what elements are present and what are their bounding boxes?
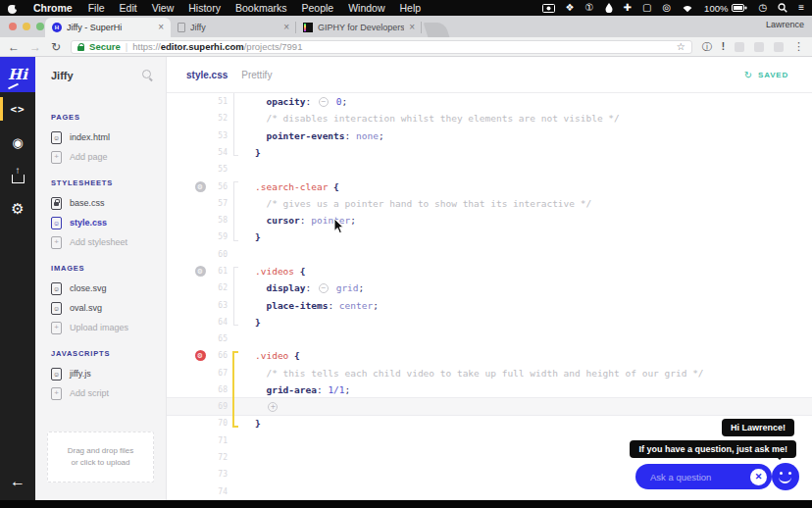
code-line-57: 57 /* gives us a pointer hand to show th… bbox=[167, 195, 812, 212]
file-item-jiffy-js[interactable]: ☺jiffy.js bbox=[51, 364, 166, 383]
chat-smiley-button[interactable] bbox=[772, 463, 799, 490]
superhi-logo[interactable]: Hi bbox=[0, 57, 35, 92]
rail-item-share-upload[interactable] bbox=[0, 159, 35, 192]
menubar-app-name[interactable]: Chrome bbox=[33, 2, 73, 14]
apple-menu-icon[interactable] bbox=[8, 3, 18, 14]
code-text[interactable]: cursor: pointer; bbox=[242, 215, 812, 226]
extension-bar-icon[interactable]: ! bbox=[722, 41, 725, 52]
hint-icon[interactable] bbox=[195, 266, 206, 277]
minimize-window-button[interactable] bbox=[23, 23, 30, 30]
extension-disabled-icon-2[interactable] bbox=[754, 42, 764, 52]
browser-tab-1[interactable]: HJiffy - SuperHi× bbox=[45, 18, 171, 37]
code-text[interactable]: place-items: center; bbox=[242, 300, 812, 311]
mouse-cursor bbox=[333, 218, 344, 234]
back-arrow-icon[interactable]: ← bbox=[0, 469, 35, 494]
bookmark-star-icon[interactable]: ☆ bbox=[677, 41, 685, 52]
plus-app-icon[interactable]: ✚ bbox=[624, 3, 632, 13]
zoom-window-button[interactable] bbox=[36, 23, 44, 30]
menubar-item-bookmarks[interactable]: Bookmarks bbox=[235, 2, 287, 14]
collapse-minus-icon[interactable]: − bbox=[319, 283, 329, 293]
code-text[interactable]: opacity: − 0; bbox=[242, 96, 812, 107]
rail-item-code-editor[interactable]: <> bbox=[0, 92, 35, 126]
reload-icon[interactable]: ↻ bbox=[51, 41, 61, 53]
add-plus-icon[interactable]: + bbox=[268, 402, 278, 412]
file-item-upload-images[interactable]: +Upload images bbox=[51, 318, 166, 337]
clock-icon[interactable]: ◷ bbox=[758, 3, 767, 13]
display-icon[interactable]: ▢ bbox=[642, 3, 651, 13]
notification-center-icon[interactable]: ≡ bbox=[798, 3, 804, 13]
code-text[interactable]: + bbox=[242, 401, 812, 412]
browser-tab-2[interactable]: Jiffy× bbox=[171, 18, 296, 37]
file-item-close-svg[interactable]: ☺close.svg bbox=[51, 279, 166, 298]
file-item-add-stylesheet[interactable]: +Add stylesheet bbox=[51, 232, 166, 252]
url-field[interactable]: Secure | https://editor.superhi.com/proj… bbox=[71, 40, 692, 54]
code-text[interactable]: .search-clear { bbox=[242, 181, 812, 192]
upload-dropzone[interactable]: Drag and drop files or click to upload bbox=[47, 432, 154, 483]
profile-name[interactable]: Lawrence bbox=[766, 20, 804, 29]
forward-icon[interactable]: → bbox=[29, 41, 41, 53]
droplet-icon[interactable] bbox=[605, 3, 613, 13]
extension-disabled-icon-3[interactable] bbox=[774, 42, 784, 52]
extension-info-icon[interactable]: ⓘ bbox=[702, 40, 712, 54]
new-tab-button[interactable] bbox=[424, 23, 450, 37]
change-bar bbox=[230, 314, 242, 330]
line-number: 52 bbox=[208, 114, 228, 123]
code-text[interactable]: /* gives us a pointer hand to show that … bbox=[242, 198, 812, 209]
battery-status[interactable]: 100% bbox=[704, 3, 747, 14]
back-icon[interactable]: ← bbox=[8, 41, 20, 53]
menubar-item-window[interactable]: Window bbox=[348, 2, 384, 14]
rail-item-settings[interactable]: ⚙ bbox=[0, 192, 35, 226]
code-text[interactable]: /* this tells each child video to take u… bbox=[242, 368, 812, 379]
file-item-oval-svg[interactable]: ☺oval.svg bbox=[51, 298, 166, 318]
section-heading-images: IMAGES bbox=[51, 264, 166, 273]
tab-close-icon[interactable]: × bbox=[158, 23, 164, 32]
code-text[interactable]: pointer-events: none; bbox=[242, 130, 812, 141]
tab-close-icon[interactable]: × bbox=[283, 23, 289, 32]
open-file-tab[interactable]: style.css bbox=[186, 70, 228, 80]
menubar-item-file[interactable]: File bbox=[88, 2, 105, 14]
loom-icon[interactable]: ◎ bbox=[662, 3, 671, 13]
code-text[interactable]: grid-area: 1/1; bbox=[242, 384, 812, 395]
code-text[interactable]: .video { bbox=[242, 350, 812, 361]
file-item-base-css[interactable]: base.css bbox=[51, 193, 166, 213]
hint-icon[interactable] bbox=[195, 181, 206, 192]
code-line-61: 61.videos { bbox=[167, 263, 812, 279]
one-password-icon[interactable]: ① bbox=[585, 3, 594, 13]
screen-record-icon[interactable] bbox=[542, 4, 555, 13]
code-area[interactable]: 51 opacity: − 0;52 /* disables interacti… bbox=[167, 93, 812, 500]
prettify-button[interactable]: Prettify bbox=[241, 70, 272, 80]
file-item-style-css[interactable]: ☺style.css bbox=[51, 213, 166, 232]
menubar-item-help[interactable]: Help bbox=[400, 2, 422, 14]
search-icon[interactable] bbox=[142, 70, 154, 81]
code-line-68: 68 grid-area: 1/1; bbox=[167, 381, 812, 398]
chat-close-icon[interactable]: ✕ bbox=[750, 469, 767, 485]
menubar-item-view[interactable]: View bbox=[152, 2, 175, 14]
error-hint-icon[interactable] bbox=[195, 350, 206, 361]
line-number: 58 bbox=[208, 216, 228, 225]
browser-tab-3[interactable]: GIPHY for Developers | API Ex× bbox=[296, 18, 422, 37]
file-item-add-page[interactable]: +Add page bbox=[51, 147, 166, 167]
code-text[interactable]: display: − grid; bbox=[242, 282, 812, 293]
menubar-item-edit[interactable]: Edit bbox=[120, 2, 137, 14]
file-item-add-script[interactable]: +Add script bbox=[51, 383, 166, 403]
chrome-menu-icon[interactable]: ⋮ bbox=[793, 40, 804, 53]
code-text[interactable]: .videos { bbox=[242, 266, 812, 277]
macos-menubar: Chrome FileEditViewHistoryBookmarksPeopl… bbox=[0, 0, 812, 16]
rail-item-preview[interactable]: ◉ bbox=[0, 126, 35, 159]
file-item-index-html[interactable]: ☺index.html bbox=[51, 127, 166, 147]
code-text[interactable]: } bbox=[242, 147, 812, 158]
menubar-item-people[interactable]: People bbox=[301, 2, 333, 14]
wifi-icon[interactable] bbox=[682, 4, 693, 13]
code-text[interactable]: } bbox=[242, 317, 812, 328]
extension-disabled-icon-1[interactable] bbox=[735, 42, 744, 52]
code-text[interactable]: } bbox=[242, 231, 812, 242]
collapse-minus-icon[interactable]: − bbox=[319, 97, 329, 107]
code-text[interactable]: /* disables interaction whilst they elem… bbox=[242, 113, 812, 124]
document-favicon-icon bbox=[178, 23, 185, 32]
close-window-button[interactable] bbox=[9, 23, 17, 30]
tab-close-icon[interactable]: × bbox=[409, 23, 415, 32]
dropbox-icon[interactable]: ❖ bbox=[566, 3, 575, 13]
chat-input[interactable]: Ask a question ✕ bbox=[635, 464, 772, 489]
menubar-item-history[interactable]: History bbox=[188, 2, 221, 14]
spotlight-icon[interactable] bbox=[778, 3, 787, 13]
